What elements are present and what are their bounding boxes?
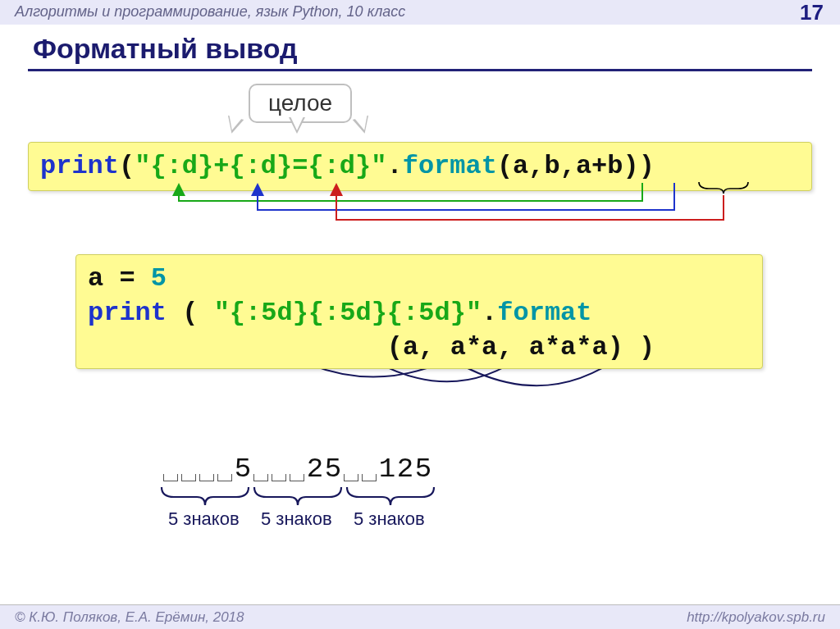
code-text: . [386,151,402,181]
page-number: 17 [800,0,824,25]
output-space [162,454,180,485]
str-literal: "{:5d}{:5d}{:5d}" [214,298,482,328]
brace-group-2 [254,487,341,505]
code-block-1: print("{:d}+{:d}={:d}".format(a,b,a+b)) [28,142,812,191]
kw-format: format [403,151,497,181]
output-char: 5 [414,454,432,485]
lit-5: 5 [151,263,167,294]
kw-print: print [40,151,119,181]
output-space [252,454,270,485]
output-char: 1 [378,454,396,485]
str-literal: "{:d}+{:d}={:d}" [135,151,386,181]
output-space [198,454,216,485]
output-space [216,454,234,485]
kw-format: format [497,298,591,328]
footer-left: © К.Ю. Поляков, Е.А. Ерёмин, 2018 [15,609,244,626]
output-space [288,454,306,485]
brace-group-1 [162,487,249,505]
code-text: ( [167,298,214,328]
header-subject: Алгоритмы и программирование, язык Pytho… [15,3,405,21]
code-text: a = [88,263,151,294]
footer-right: http://kpolyakov.spb.ru [687,609,825,626]
output-char: 2 [306,454,324,485]
output-char: 5 [234,454,252,485]
code-block-2: a = 5 print ( "{:5d}{:5d}{:5d}".format (… [75,254,763,369]
label-5chars-3: 5 знаков [354,508,425,530]
code-text: )) [623,151,655,181]
code-text: (a,b, [497,151,576,181]
label-5chars-1: 5 знаков [168,508,240,530]
output-char: 2 [396,454,414,485]
label-5chars-2: 5 знаков [261,508,332,530]
output-space [180,454,198,485]
slide-title: Форматный вывод [33,33,298,65]
title-rule [28,69,812,71]
output-char: 5 [324,454,342,485]
slide: Алгоритмы и программирование, язык Pytho… [0,0,840,629]
code-text: . [482,298,497,328]
output-space [342,454,360,485]
code-args: (a, a*a, a*a*a) ) [88,332,655,362]
brace-group-3 [347,487,434,505]
callout-tail [290,116,304,130]
output-row: 525125 [162,454,432,485]
output-space [360,454,378,485]
output-space [270,454,288,485]
kw-print: print [88,298,167,328]
code-text: a+b [576,151,623,181]
code-text: ( [119,151,135,181]
